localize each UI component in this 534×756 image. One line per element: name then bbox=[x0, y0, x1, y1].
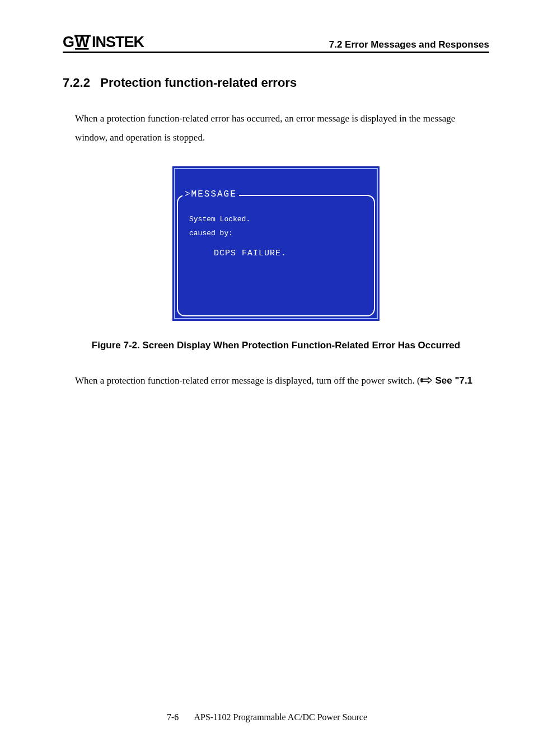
message-line: caused by: bbox=[189, 227, 363, 241]
svg-text:G: G bbox=[63, 34, 74, 50]
ref-see: See "7.1 bbox=[433, 375, 472, 386]
section-heading: 7.2.2 Protection function-related errors bbox=[63, 76, 489, 90]
document-title: APS-1102 Programmable AC/DC Power Source bbox=[194, 712, 367, 722]
header-section-ref: 7.2 Error Messages and Responses bbox=[329, 39, 489, 50]
message-error-code: DCPS FAILURE. bbox=[214, 246, 363, 262]
intro-paragraph: When a protection function-related error… bbox=[75, 109, 489, 147]
pointing-hand-icon bbox=[420, 374, 433, 391]
message-window-title: >MESSAGE bbox=[182, 189, 239, 199]
page-header: G W INSTEK 7.2 Error Messages and Respon… bbox=[63, 34, 489, 53]
reference-paragraph: When a protection function-related error… bbox=[75, 372, 489, 391]
section-number: 7.2.2 bbox=[63, 76, 90, 90]
ref-text: When a protection function-related error… bbox=[75, 375, 420, 386]
figure-image: >MESSAGE System Locked. caused by: DCPS … bbox=[63, 166, 489, 321]
message-window: >MESSAGE System Locked. caused by: DCPS … bbox=[177, 195, 375, 316]
brand-logo: G W INSTEK bbox=[63, 34, 163, 50]
page-footer: 7-6 APS-1102 Programmable AC/DC Power So… bbox=[0, 712, 534, 722]
section-title-text: Protection function-related errors bbox=[100, 76, 297, 90]
message-line: System Locked. bbox=[189, 213, 363, 227]
svg-text:INSTEK: INSTEK bbox=[92, 34, 145, 50]
figure-caption: Figure 7-2. Screen Display When Protecti… bbox=[56, 340, 496, 351]
page-number: 7-6 bbox=[167, 712, 179, 722]
